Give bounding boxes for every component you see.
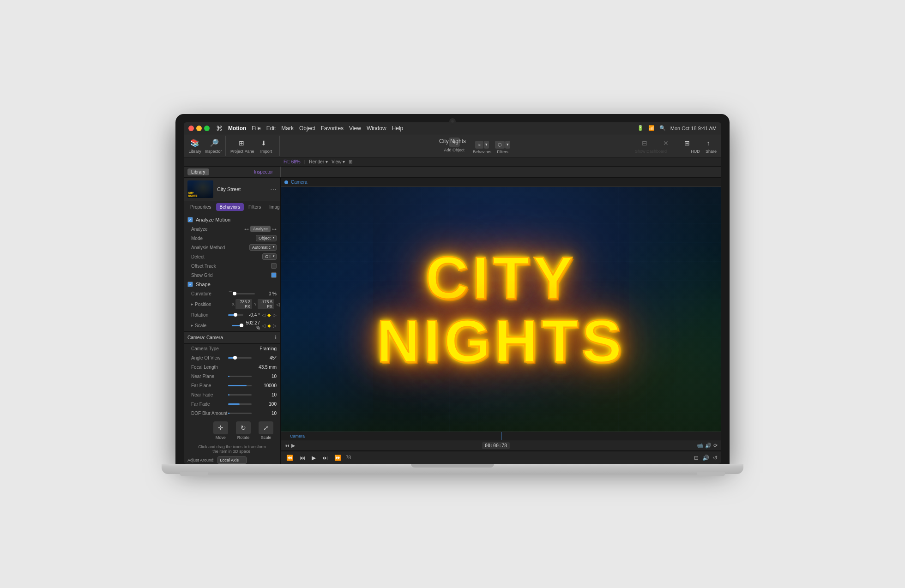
aov-slider[interactable] [228, 357, 252, 359]
menu-favorites[interactable]: Favorites [321, 125, 344, 132]
tab-inspector[interactable]: Inspector [250, 168, 277, 175]
expand-icon: ▸ [191, 302, 193, 306]
near-fade-slider[interactable] [228, 394, 252, 396]
menu-edit[interactable]: Edit [266, 125, 276, 132]
pb-fwd-button[interactable]: ⏩ [332, 454, 343, 462]
full-screen-button[interactable]: ✕ [657, 138, 675, 149]
tab-library[interactable]: Library [187, 168, 209, 175]
detect-dropdown[interactable]: Off [262, 253, 277, 260]
pb-play-button[interactable]: ▶ [310, 454, 318, 462]
aov-thumb[interactable] [233, 356, 237, 360]
camera-title: Camera: Camera [187, 335, 223, 340]
scale-keyframe-prev[interactable]: ◁ [262, 323, 265, 328]
scale-slider[interactable] [232, 325, 244, 326]
play-rewind-icon[interactable]: ⏮ [284, 443, 290, 448]
menu-mark[interactable]: Mark [281, 125, 294, 132]
camera-info-icon[interactable]: ℹ [275, 335, 277, 341]
grid-icon[interactable]: ⊞ [349, 159, 352, 164]
rotation-thumb[interactable] [234, 313, 237, 317]
tab-properties[interactable]: Properties [187, 203, 215, 211]
hud-button[interactable]: ⊞ [678, 138, 696, 149]
loop-icon[interactable]: ⟳ [713, 443, 718, 449]
filters-dropdown[interactable]: ▾ [505, 141, 510, 149]
rotation-keyframe-next[interactable]: ▷ [273, 312, 277, 318]
behaviors-dropdown[interactable]: ▾ [484, 141, 489, 149]
curvature-thumb[interactable] [233, 292, 236, 295]
fit-percentage[interactable]: Fit: 68% [284, 159, 301, 164]
scale-transform[interactable]: ⤢ Scale [256, 421, 277, 440]
canvas-viewport[interactable]: CITY NIGHTS [281, 187, 721, 432]
play-icon[interactable]: ▶ [291, 443, 295, 449]
show-dashboard-button[interactable]: ⊟ [635, 138, 654, 149]
analyze-motion-checkbox[interactable]: ✓ [187, 217, 193, 222]
library-label: Library [186, 149, 204, 154]
layer-more-button[interactable]: ⋯ [270, 186, 277, 193]
dof-slider[interactable] [228, 413, 252, 414]
rotation-keyframe-add[interactable]: ◆ [267, 312, 271, 318]
audio-icon[interactable]: 🔊 [705, 443, 712, 449]
mode-dropdown[interactable]: Object [256, 235, 277, 241]
tab-image[interactable]: Image [265, 203, 281, 211]
analysis-method-dropdown[interactable]: Automatic [249, 244, 277, 251]
position-keyframe-prev[interactable]: ◁ [276, 302, 280, 307]
rotate-transform[interactable]: ↻ Rotate [233, 421, 254, 440]
video-icon[interactable]: 📹 [697, 443, 703, 449]
pb-loop-icon[interactable]: ↺ [713, 455, 718, 461]
shape-check-mark: ✓ [189, 282, 192, 287]
rotate-label: Rotate [237, 435, 250, 440]
search-menu-icon[interactable]: 🔍 [659, 125, 666, 131]
laptop-foot-right [697, 472, 725, 476]
tab-filters[interactable]: Filters [245, 203, 265, 211]
close-button[interactable] [188, 126, 194, 131]
menu-window[interactable]: Window [367, 125, 386, 132]
offset-track-checkbox[interactable] [271, 263, 277, 269]
rotation-keyframe-prev[interactable]: ◁ [262, 312, 265, 318]
import-button[interactable]: ⬇ [254, 138, 273, 149]
pb-audio-icon[interactable]: 🔊 [702, 455, 709, 461]
near-plane-slider[interactable] [228, 376, 252, 377]
curvature-slider[interactable] [235, 293, 255, 294]
adjust-dropdown[interactable]: Local Axis [217, 456, 247, 464]
minimize-button[interactable] [196, 126, 202, 131]
camera-type-value: Framing [228, 346, 277, 351]
render-dropdown[interactable]: Render ▾ [309, 159, 328, 164]
apple-menu[interactable]: ⌘ [216, 125, 223, 132]
analyze-motion-header[interactable]: ✓ Analyze Motion [184, 215, 280, 224]
shape-header[interactable]: ✓ Shape [184, 280, 280, 289]
menu-file[interactable]: File [252, 125, 260, 132]
far-fade-fill [228, 403, 240, 405]
move-transform[interactable]: ✛ Move [210, 421, 231, 440]
rotation-slider[interactable] [228, 314, 243, 316]
position-y-value[interactable]: -175.5 PX [258, 299, 274, 309]
far-plane-slider[interactable] [228, 385, 252, 386]
window-title: City Nights [439, 138, 466, 144]
filters-button[interactable]: ⬡ ▾ Filters [495, 141, 510, 154]
show-grid-checkbox[interactable] [271, 272, 277, 278]
pb-step-fwd-button[interactable]: ⏭ [320, 454, 330, 462]
tab-behaviors[interactable]: Behaviors [216, 203, 244, 211]
menu-view[interactable]: View [349, 125, 361, 132]
maximize-button[interactable] [204, 126, 210, 131]
analyze-button[interactable]: Analyze [250, 226, 271, 232]
share-button[interactable]: ↑ [699, 138, 718, 149]
pb-rewind-button[interactable]: ⏪ [284, 454, 295, 462]
scale-keyframe-next[interactable]: ▷ [273, 323, 277, 328]
timeline-marker[interactable] [501, 432, 501, 440]
far-fade-slider[interactable] [228, 403, 252, 405]
library-button[interactable]: 📚 [186, 138, 204, 149]
analysis-method-control: Automatic [228, 244, 277, 251]
pb-step-back-button[interactable]: ⏮ [298, 454, 307, 462]
pb-split-view-icon[interactable]: ⊟ [694, 455, 699, 461]
shape-checkbox[interactable]: ✓ [187, 282, 193, 287]
fit-separator: | [304, 159, 306, 164]
menu-help[interactable]: Help [392, 125, 404, 132]
position-x-value[interactable]: 736.2 PX [235, 299, 252, 309]
menu-object[interactable]: Object [299, 125, 315, 132]
app-menu-motion[interactable]: Motion [228, 125, 246, 132]
project-pane-button[interactable]: ⊞ [232, 138, 251, 149]
scale-thumb[interactable] [240, 324, 243, 327]
view-dropdown[interactable]: View ▾ [332, 159, 345, 164]
scale-keyframe-add[interactable]: ◆ [267, 323, 271, 328]
inspector-button[interactable]: 🔎 [205, 138, 223, 149]
behaviors-button[interactable]: ≈ ▾ Behaviors [473, 141, 491, 154]
